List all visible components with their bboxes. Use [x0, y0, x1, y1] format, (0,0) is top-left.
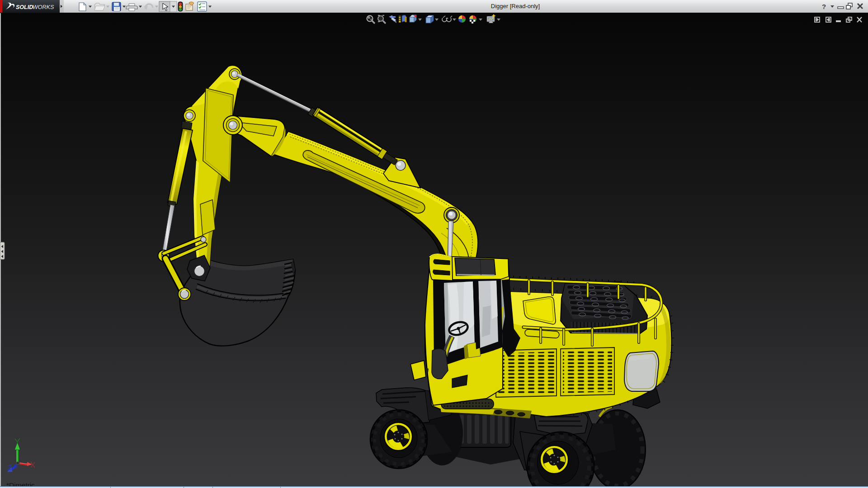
svg-text:SOLID: SOLID [16, 4, 33, 10]
svg-text:?: ? [822, 3, 826, 10]
svg-text:WORKS: WORKS [33, 4, 54, 10]
